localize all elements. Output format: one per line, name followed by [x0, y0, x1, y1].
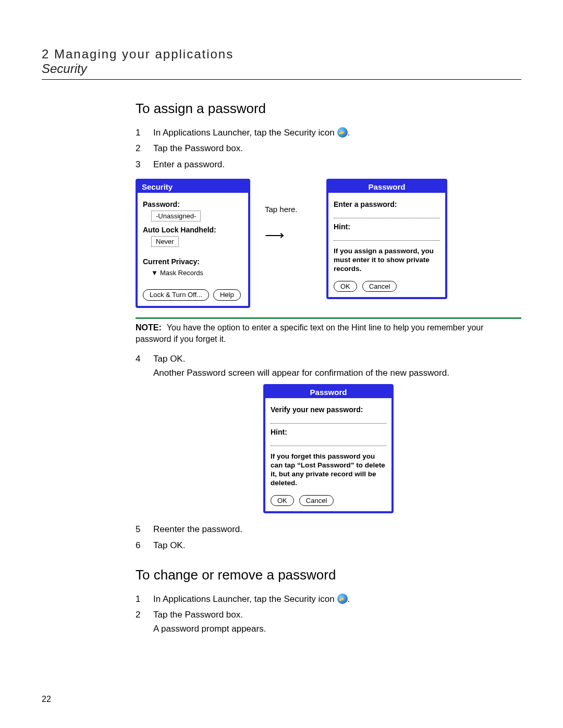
figure-security-and-password: Security Password: -Unassigned- Auto Loc… — [136, 179, 521, 308]
hint-label: Hint: — [271, 428, 386, 436]
privacy-value: Mask Records — [160, 269, 203, 277]
verify-warning: If you forget this password you can tap … — [271, 452, 386, 488]
step-tail: . — [348, 128, 350, 138]
step-number: 3 — [136, 158, 153, 171]
password-input[interactable] — [334, 211, 440, 218]
step-text: Tap OK. — [153, 354, 185, 364]
step-number: 2 — [136, 142, 153, 155]
steps-change: 1 In Applications Launcher, tap the Secu… — [136, 593, 521, 636]
step-subtext: Another Password screen will appear for … — [153, 368, 449, 378]
steps-assign-end: 5 Reenter the password. 6 Tap OK. — [136, 523, 521, 552]
step-text: Enter a password. — [153, 158, 521, 171]
step-number: 2 — [136, 608, 153, 636]
cancel-button[interactable]: Cancel — [362, 281, 397, 292]
chevron-down-icon: ▼ — [151, 269, 158, 277]
steps-assign: 1 In Applications Launcher, tap the Secu… — [136, 126, 521, 171]
step-text: Reenter the password. — [153, 523, 521, 536]
steps-assign-cont: 4 Tap OK. Another Password screen will a… — [136, 352, 521, 380]
hint-label: Hint: — [334, 223, 440, 231]
step-subtext: A password prompt appears. — [153, 624, 266, 634]
password-warning: If you assign a password, you must enter… — [334, 247, 440, 274]
dialog-title: Password — [328, 181, 445, 193]
heading-change-remove-password: To change or remove a password — [136, 567, 521, 583]
password-field[interactable]: -Unassigned- — [151, 211, 201, 221]
hint-input[interactable] — [334, 233, 440, 241]
help-button[interactable]: Help — [213, 289, 241, 301]
heading-assign-password: To assign a password — [136, 101, 521, 117]
security-icon — [337, 594, 348, 604]
privacy-dropdown[interactable]: ▼Mask Records — [151, 269, 243, 277]
running-header: 2 Managing your applications Security — [42, 47, 521, 76]
autolock-field[interactable]: Never — [151, 236, 179, 247]
step-number: 4 — [136, 352, 153, 380]
dialog-password-verify: Password Verify your new password: Hint:… — [263, 384, 394, 513]
security-icon — [337, 127, 348, 138]
dialog-title: Security — [138, 181, 248, 193]
step-number: 6 — [136, 539, 153, 552]
section-title: Security — [42, 61, 521, 76]
dialog-password-enter: Password Enter a password: Hint: If you … — [326, 179, 447, 299]
step-number: 1 — [136, 593, 153, 606]
ok-button[interactable]: OK — [271, 495, 294, 507]
step-number: 1 — [136, 126, 153, 140]
autolock-label: Auto Lock Handheld: — [143, 226, 243, 234]
step-text: In Applications Launcher, tap the Securi… — [153, 128, 335, 138]
hint-input[interactable] — [271, 438, 386, 446]
chapter-title: Managing your applications — [54, 47, 234, 61]
cancel-button[interactable]: Cancel — [299, 495, 334, 507]
ok-button[interactable]: OK — [334, 281, 357, 292]
step-text: Tap the Password box. — [153, 610, 243, 620]
step-tail: . — [348, 594, 350, 604]
arrow-right-icon: ⟶ — [265, 227, 312, 243]
dialog-security: Security Password: -Unassigned- Auto Loc… — [136, 179, 250, 308]
callout-text: Tap here. — [265, 205, 312, 214]
lock-turnoff-button[interactable]: Lock & Turn Off... — [143, 289, 209, 301]
step-text: In Applications Launcher, tap the Securi… — [153, 594, 335, 604]
dialog-title: Password — [265, 386, 391, 398]
privacy-label: Current Privacy: — [143, 257, 243, 266]
header-rule — [42, 79, 521, 80]
figure-verify-password: Password Verify your new password: Hint:… — [136, 384, 521, 513]
step-text: Tap the Password box. — [153, 142, 521, 155]
verify-password-input[interactable] — [271, 416, 386, 424]
password-label: Password: — [143, 200, 243, 208]
step-text: Tap OK. — [153, 539, 521, 552]
chapter-number: 2 — [42, 47, 50, 61]
step-number: 5 — [136, 523, 153, 536]
note-block: NOTE:You have the option to enter a spec… — [136, 317, 521, 346]
page-number: 22 — [42, 695, 51, 704]
enter-password-label: Enter a password: — [334, 200, 440, 208]
note-text: You have the option to enter a specific … — [136, 323, 484, 343]
callout: Tap here. ⟶ — [265, 179, 312, 243]
note-label: NOTE: — [136, 323, 162, 332]
verify-password-label: Verify your new password: — [271, 405, 386, 414]
